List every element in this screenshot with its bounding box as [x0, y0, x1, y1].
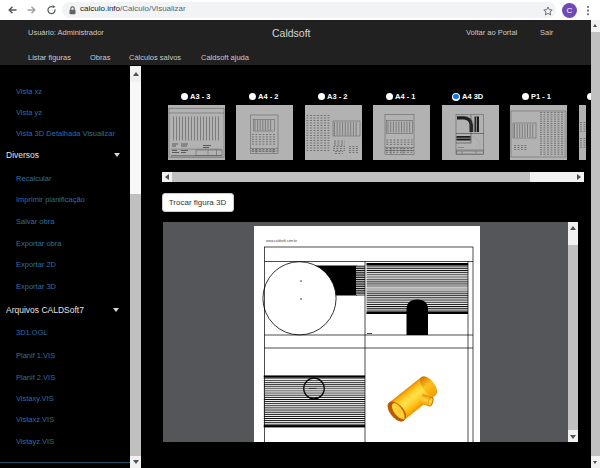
svg-text:www.caldsoft.com.br: www.caldsoft.com.br [266, 239, 298, 243]
